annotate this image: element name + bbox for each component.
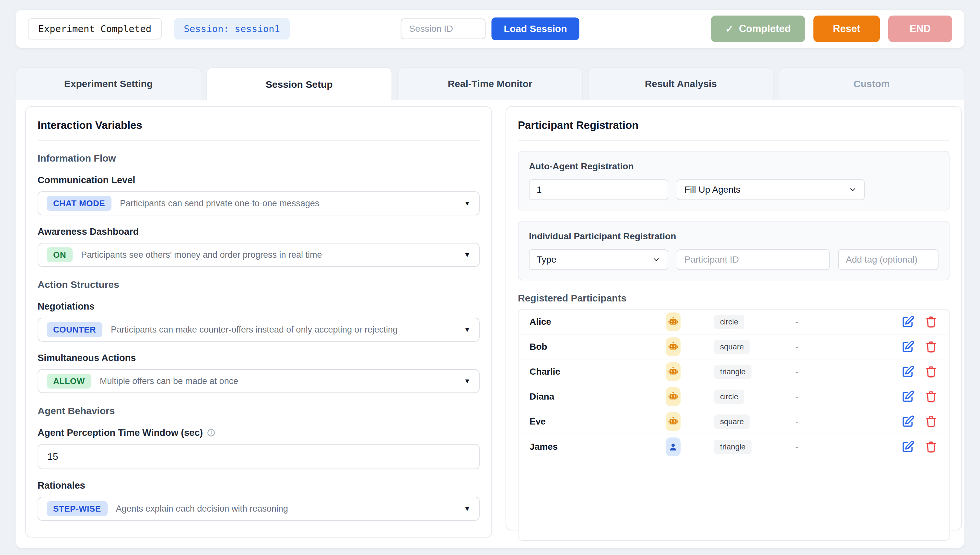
auto-agent-registration-label: Auto-Agent Registration (529, 161, 938, 172)
delete-participant-button[interactable] (924, 415, 938, 428)
participant-id-input[interactable] (677, 249, 830, 270)
registered-participants-list: Alice (518, 309, 949, 541)
edit-pencil-icon (901, 415, 914, 428)
participant-extra: - (795, 391, 850, 402)
rationales-select[interactable]: STEP-WISE Agents explain each decision w… (38, 497, 480, 521)
section-information-flow: Information Flow (38, 153, 480, 164)
delete-participant-button[interactable] (924, 365, 938, 379)
participant-extra: - (795, 367, 850, 377)
negotiations-select[interactable]: COUNTER Participants can make counter-of… (38, 318, 480, 342)
communication-level-badge: CHAT MODE (47, 196, 111, 211)
edit-participant-button[interactable] (901, 365, 914, 379)
participant-tag-pill: circle (714, 390, 744, 404)
content-panel: Interaction Variables Information Flow C… (16, 100, 964, 548)
top-bar: Experiment Completed Session: session1 L… (16, 10, 964, 48)
trash-icon (924, 415, 938, 428)
participant-name: Bob (529, 342, 666, 352)
trash-icon (924, 340, 938, 354)
trash-icon (924, 390, 938, 403)
simultaneous-actions-label: Simultaneous Actions (38, 353, 480, 363)
participant-name: Alice (529, 317, 666, 327)
simultaneous-actions-select[interactable]: ALLOW Multiple offers can be made at onc… (38, 369, 480, 393)
edit-participant-button[interactable] (901, 340, 914, 354)
agent-mode-select[interactable]: Fill Up Agents (677, 180, 865, 200)
participant-type-value: Type (537, 255, 557, 265)
reset-button[interactable]: Reset (813, 16, 880, 42)
interaction-variables-panel: Interaction Variables Information Flow C… (25, 106, 492, 537)
info-icon (207, 428, 216, 437)
participant-row: Diana (518, 384, 949, 409)
individual-registration-label: Individual Participant Registration (529, 231, 938, 242)
completed-label: Completed (739, 23, 791, 35)
caret-down-icon: ▼ (464, 199, 471, 207)
negotiations-label: Negotiations (38, 301, 480, 312)
caret-down-icon: ▼ (464, 326, 471, 334)
edit-participant-button[interactable] (901, 440, 914, 454)
chevron-down-icon (848, 186, 857, 194)
tab-real-time-monitor[interactable]: Real-Time Monitor (397, 67, 583, 100)
rationales-label: Rationales (38, 480, 480, 491)
check-icon: ✓ (725, 23, 734, 35)
participant-extra: - (795, 442, 850, 452)
participant-name: Eve (529, 416, 666, 427)
edit-pencil-icon (901, 365, 914, 379)
delete-participant-button[interactable] (924, 390, 938, 403)
completed-status-button[interactable]: ✓ Completed (711, 16, 805, 42)
participant-tag-pill: circle (714, 315, 744, 329)
perception-window-label: Agent Perception Time Window (sec) (38, 427, 480, 438)
auto-agent-registration-card: Auto-Agent Registration Fill Up Agents (518, 151, 949, 210)
tab-session-setup[interactable]: Session Setup (206, 67, 392, 101)
negotiations-description: Participants can make counter-offers ins… (111, 325, 397, 335)
tab-experiment-setting[interactable]: Experiment Setting (16, 67, 201, 100)
participant-tag-pill: triangle (714, 440, 751, 454)
edit-participant-button[interactable] (901, 415, 914, 428)
session-id-input[interactable] (401, 18, 486, 39)
tab-bar: Experiment Setting Session Setup Real-Ti… (16, 67, 964, 100)
awareness-dashboard-description: Participants see others' money and order… (81, 250, 322, 260)
participant-name: Charlie (529, 367, 666, 377)
participant-registration-panel: Participant Registration Auto-Agent Regi… (505, 106, 962, 530)
participant-extra: - (795, 342, 850, 352)
awareness-dashboard-label: Awareness Dashboard (38, 226, 480, 237)
participant-tag-input[interactable] (838, 249, 938, 270)
participant-tag-pill: square (714, 340, 750, 354)
end-button[interactable]: END (888, 16, 952, 42)
delete-participant-button[interactable] (924, 315, 938, 329)
participant-tag-pill: triangle (714, 365, 751, 379)
agent-mode-value: Fill Up Agents (684, 184, 740, 195)
rationales-badge: STEP-WISE (47, 501, 108, 516)
participant-type-select[interactable]: Type (529, 249, 668, 270)
app-root: { "header": { "experiment_status": "Expe… (0, 0, 980, 555)
communication-level-label: Communication Level (38, 175, 480, 186)
communication-level-select[interactable]: CHAT MODE Participants can send private … (38, 191, 480, 215)
registered-participants-heading: Registered Participants (518, 293, 949, 304)
participant-row: Alice (518, 310, 949, 335)
individual-registration-card: Individual Participant Registration Type (518, 221, 949, 281)
divider (38, 140, 480, 141)
agent-count-input[interactable] (529, 180, 668, 200)
trash-icon (924, 365, 938, 379)
edit-pencil-icon (901, 315, 914, 329)
section-action-structures: Action Structures (38, 279, 480, 290)
simultaneous-actions-description: Multiple offers can be made at once (100, 376, 238, 386)
edit-participant-button[interactable] (901, 315, 914, 329)
delete-participant-button[interactable] (924, 440, 938, 454)
participant-tag-pill: square (714, 414, 750, 429)
robot-icon (666, 387, 681, 406)
trash-icon (924, 315, 938, 329)
top-bar-status-group: Experiment Completed Session: session1 (28, 18, 290, 40)
panel-title: Interaction Variables (38, 119, 480, 132)
edit-participant-button[interactable] (901, 390, 914, 403)
person-icon (666, 438, 681, 456)
trash-icon (924, 440, 938, 454)
communication-level-description: Participants can send private one-to-one… (120, 199, 319, 209)
perception-window-input[interactable] (38, 444, 480, 469)
participant-name: Diana (529, 391, 666, 402)
load-session-button[interactable]: Load Session (491, 18, 579, 40)
tab-result-analysis[interactable]: Result Analysis (588, 67, 774, 100)
awareness-dashboard-select[interactable]: ON Participants see others' money and or… (38, 243, 480, 267)
session-chip: Session: session1 (174, 18, 290, 40)
caret-down-icon: ▼ (464, 377, 471, 385)
delete-participant-button[interactable] (924, 340, 938, 354)
tab-custom[interactable]: Custom (779, 67, 964, 100)
